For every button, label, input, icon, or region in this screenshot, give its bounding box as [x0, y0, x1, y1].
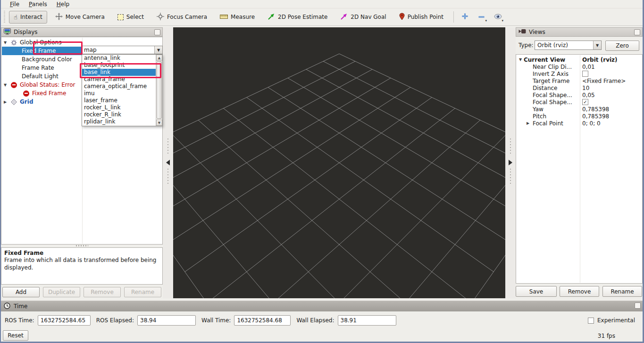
render-viewport[interactable] [173, 27, 505, 298]
remove-tool-button[interactable]: ▾ [475, 11, 487, 23]
focus-camera-tool-button[interactable]: Focus Camera [152, 10, 212, 24]
list-item[interactable]: rplidar_link [82, 118, 162, 125]
panel-float-button[interactable] [635, 302, 641, 309]
property-name: Near Clip Di... [533, 64, 572, 70]
rename-view-button[interactable]: Rename [602, 286, 642, 297]
experimental-checkbox[interactable] [588, 318, 594, 324]
scroll-up-icon[interactable]: ▲ [156, 55, 162, 61]
scrollbar[interactable]: ▲ ▼ [156, 55, 162, 126]
view-row-focal-shape-fixed[interactable]: Focal Shape... ✓ [517, 98, 642, 106]
view-row-near-clip[interactable]: Near Clip Di... 0,01 [517, 63, 642, 70]
panel-title-label: Time [14, 303, 27, 310]
zero-button[interactable]: Zero [605, 41, 639, 51]
ros-time-input[interactable]: 1632752584.65 [38, 315, 91, 326]
tree-row-label: Background Color [22, 56, 72, 63]
chevron-down-icon[interactable]: ▼ [593, 41, 601, 49]
ros-elapsed-input[interactable]: 38.94 [137, 315, 196, 326]
list-item[interactable]: rocker_R_link [82, 111, 162, 118]
displays-buttons-row: Add Duplicate Remove Rename [2, 287, 163, 297]
view-row-distance[interactable]: Distance 10 [517, 84, 642, 91]
chevron-down-icon[interactable]: ▼ [154, 46, 162, 54]
interact-tool-button[interactable]: ☝ Interact [9, 11, 47, 24]
save-button[interactable]: Save [516, 286, 557, 297]
experimental-option[interactable]: Experimental [588, 317, 635, 324]
view-row-yaw[interactable]: Yaw 0,785398 [517, 106, 642, 113]
view-type-combobox[interactable]: Orbit (rviz) ▼ [535, 41, 602, 50]
collapse-right-panel-icon[interactable] [509, 160, 512, 165]
property-name: Yaw [533, 106, 544, 113]
duplicate-button[interactable]: Duplicate [43, 287, 80, 297]
menu-bar: File Panels Help [1, 0, 643, 8]
right-dock-divider[interactable] [505, 27, 516, 298]
add-button[interactable]: Add [2, 287, 40, 297]
rename-button[interactable]: Rename [124, 287, 161, 297]
collapse-left-panel-icon[interactable] [166, 160, 170, 165]
time-panel-titlebar[interactable]: Time [1, 301, 643, 311]
invert-z-checkbox[interactable] [582, 71, 588, 77]
scroll-down-icon[interactable]: ▼ [156, 120, 162, 126]
panel-float-button[interactable] [154, 29, 160, 35]
panel-float-button[interactable] [634, 29, 640, 35]
select-tool-button[interactable]: Select [113, 11, 149, 23]
list-item[interactable]: base_footprint [82, 62, 162, 69]
menu-panels[interactable]: Panels [25, 0, 51, 8]
property-value[interactable]: 0; 0; 0 [582, 120, 601, 127]
reset-button[interactable]: Reset [3, 330, 28, 341]
property-value[interactable]: 10 [582, 85, 589, 91]
property-value[interactable]: 0,785398 [582, 106, 609, 113]
ros-time-field: ROS Time: 1632752584.65 [5, 315, 91, 326]
view-row-pitch[interactable]: Pitch 0,785398 [517, 113, 642, 120]
toolbar-drag-handle[interactable] [3, 11, 6, 23]
expanded-arrow-icon[interactable]: ▼ [4, 41, 8, 45]
list-item[interactable]: camera_optical_frame [82, 83, 162, 90]
window-border-left [0, 0, 1, 343]
collapsed-arrow-icon[interactable]: ▶ [4, 100, 8, 104]
view-row-current-view[interactable]: ▼ Current View Orbit (rviz) [517, 56, 642, 63]
wall-elapsed-field: Wall Elapsed: 38.91 [296, 315, 396, 326]
pose-estimate-tool-button[interactable]: 2D Pose Estimate [263, 10, 332, 24]
tree-row-label: Default Light [22, 73, 59, 80]
left-dock-divider[interactable] [163, 27, 173, 298]
property-name: Focal Shape... [533, 92, 572, 98]
nav-goal-tool-button[interactable]: 2D Nav Goal [335, 10, 391, 24]
view-row-target-frame[interactable]: Target Frame <Fixed Frame> [517, 77, 642, 84]
type-label: Type: [519, 42, 534, 49]
menu-help[interactable]: Help [52, 0, 74, 8]
expanded-arrow-icon[interactable]: ▼ [519, 57, 523, 62]
wall-time-input[interactable]: 1632752584.68 [234, 315, 291, 326]
displays-panel-titlebar[interactable]: Displays [1, 27, 163, 37]
wall-elapsed-input[interactable]: 38.91 [338, 315, 396, 326]
list-item[interactable]: laser_frame [82, 97, 162, 104]
remove-button[interactable]: Remove [84, 287, 121, 297]
list-item[interactable]: camera_frame [82, 76, 162, 83]
property-value[interactable]: 0,05 [582, 92, 595, 98]
add-tool-button[interactable] [459, 11, 471, 23]
expanded-arrow-icon[interactable]: ▼ [4, 83, 8, 87]
list-item[interactable]: rocker_L_link [82, 104, 162, 111]
move-icon [55, 13, 63, 22]
view-row-focal-point[interactable]: ▶ Focal Point 0; 0; 0 [517, 120, 642, 127]
dropdown-arrow-icon: ▾ [502, 19, 504, 23]
property-value[interactable]: 0,785398 [582, 113, 609, 120]
list-item[interactable]: antenna_link [82, 55, 162, 62]
views-panel-titlebar[interactable]: Views [516, 27, 643, 37]
menu-file[interactable]: File [6, 0, 24, 8]
fixed-frame-combobox[interactable]: map ▼ [82, 46, 163, 54]
measure-tool-button[interactable]: Measure [215, 11, 259, 23]
tool-visibility-button[interactable]: ▾ [492, 11, 504, 23]
combobox-value: map [82, 47, 154, 53]
move-camera-tool-button[interactable]: Move Camera [50, 10, 109, 24]
scrollbar-thumb[interactable] [157, 61, 162, 119]
remove-view-button[interactable]: Remove [560, 286, 599, 297]
list-item-selected[interactable]: base_link [82, 69, 162, 76]
view-row-focal-shape-size[interactable]: Focal Shape... 0,05 [517, 91, 642, 98]
focal-shape-checkbox[interactable]: ✓ [582, 99, 588, 105]
list-item[interactable]: imu [82, 90, 162, 97]
panel-splitter[interactable] [76, 245, 88, 246]
view-row-invert-z[interactable]: Invert Z Axis [517, 70, 642, 77]
collapsed-arrow-icon[interactable]: ▶ [527, 121, 531, 125]
field-label: Wall Elapsed: [296, 317, 334, 324]
property-value[interactable]: <Fixed Frame> [582, 78, 626, 84]
property-value[interactable]: 0,01 [582, 64, 595, 70]
publish-point-tool-button[interactable]: Publish Point [394, 10, 448, 24]
